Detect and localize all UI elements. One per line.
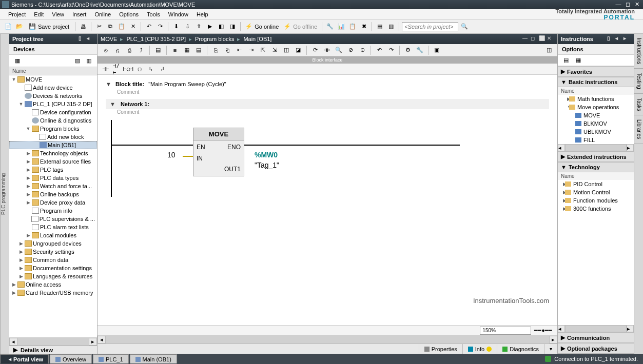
tree-online-diag[interactable]: Online & diagnostics <box>9 116 97 125</box>
block-comment[interactable]: Comment <box>106 89 549 95</box>
cat-communication[interactable]: ▶Communication <box>558 332 634 343</box>
search-go-icon[interactable]: 🔍 <box>459 22 470 32</box>
instr-move-operations[interactable]: ▼Move operations <box>558 103 634 111</box>
et-icon-20[interactable]: ⊘ <box>345 45 356 55</box>
undo-icon[interactable]: ↶ <box>144 22 154 32</box>
instr-math-functions[interactable]: ▶Math functions <box>558 95 634 103</box>
tab-overview[interactable]: Overview <box>50 354 92 363</box>
et-icon-3[interactable]: ⎙ <box>124 45 134 55</box>
tree-main-ob1[interactable]: Main [OB1] <box>9 141 97 149</box>
tree-doc-settings[interactable]: ▶Documentation settings <box>9 264 97 272</box>
et-icon-10[interactable]: ⎗ <box>222 45 232 55</box>
devices-btn2-icon[interactable]: ▥ <box>84 56 94 66</box>
tree-tech-objects[interactable]: ▶Technology objects <box>9 149 97 157</box>
et-icon-9[interactable]: ⎘ <box>210 45 221 55</box>
tree-add-block[interactable]: Add new block <box>9 133 97 141</box>
compile-icon[interactable]: ⬇ <box>171 22 181 32</box>
left-side-tab[interactable]: PLC programming <box>0 34 9 354</box>
editor-float-icon[interactable]: ◻ <box>531 35 538 43</box>
crumb-1[interactable]: PLC_1 [CPU 315-2 DP] <box>126 36 186 42</box>
menu-view[interactable]: View <box>48 10 68 18</box>
details-view-bar[interactable]: ▶Details view <box>9 346 97 354</box>
vtab-testing[interactable]: Testing <box>634 69 643 94</box>
tree-card-reader[interactable]: ▶Card Reader/USB memory <box>9 289 97 297</box>
upload-icon[interactable]: ⇧ <box>193 22 204 32</box>
minimize-button[interactable]: — <box>614 1 622 8</box>
tree-watch-force[interactable]: ▶Watch and force ta... <box>9 182 97 190</box>
delete-icon[interactable]: ✕ <box>128 22 138 32</box>
instr-fill[interactable]: FILL <box>558 136 634 144</box>
menu-help[interactable]: Help <box>192 10 212 18</box>
tree-languages[interactable]: ▶Languages & resources <box>9 272 97 280</box>
vtab-tasks[interactable]: Tasks <box>634 94 643 116</box>
et-icon-24[interactable]: ⚙ <box>403 45 413 55</box>
redo-icon[interactable]: ↷ <box>155 22 165 32</box>
cat-basic-instructions[interactable]: ▼Basic instructions <box>558 77 634 87</box>
in-value[interactable]: 10 <box>167 151 176 159</box>
tb-icon-5[interactable]: 📋 <box>347 22 358 32</box>
zoom-select[interactable] <box>480 327 531 335</box>
menu-edit[interactable]: Edit <box>30 10 48 18</box>
et-icon-6[interactable]: ≡ <box>170 45 180 55</box>
cat-technology[interactable]: ▼Technology <box>558 162 634 172</box>
tree-device-proxy[interactable]: ▶Device proxy data <box>9 198 97 207</box>
out-tag[interactable]: "Tag_1" <box>255 161 279 169</box>
go-online-button[interactable]: ⚡ Go online <box>243 23 281 30</box>
maximize-button[interactable]: ◻ <box>623 1 632 8</box>
crumb-3[interactable]: Main [OB1] <box>243 36 271 42</box>
network-header[interactable]: ▼ Network 1: <box>106 99 549 109</box>
tb-icon-1[interactable]: ◧ <box>216 22 226 32</box>
tb-icon-7[interactable]: ▥ <box>386 22 396 32</box>
editor-max-icon[interactable]: ⬜ <box>539 35 546 43</box>
editor-hscroll[interactable]: ◂▸ <box>98 335 557 343</box>
instr-btn3-icon[interactable]: ▸ <box>623 35 631 43</box>
crumb-2[interactable]: Program blocks <box>195 36 234 42</box>
et-icon-17[interactable]: ⟳ <box>310 45 320 55</box>
et-icon-8[interactable]: ▤ <box>193 45 204 55</box>
tree-add-device[interactable]: Add new device <box>9 84 97 92</box>
tree-online-access[interactable]: ▶Online access <box>9 280 97 289</box>
tree-root[interactable]: ▼MOVE <box>9 75 97 84</box>
crumb-0[interactable]: MOVE <box>101 36 117 42</box>
zoom-slider-icon[interactable]: ━━●━━ <box>534 327 552 334</box>
new-project-icon[interactable]: 📄 <box>3 22 13 32</box>
block-title-twisty[interactable]: ▼ <box>106 81 111 87</box>
et-icon-22[interactable]: ↶ <box>374 45 384 55</box>
et-icon-16[interactable]: ◪ <box>293 45 303 55</box>
menu-window[interactable]: Window <box>164 10 192 18</box>
et-icon-2[interactable]: ⎌ <box>112 45 123 55</box>
tree-plc[interactable]: ▼PLC_1 [CPU 315-2 DP] <box>9 100 97 108</box>
editor-min-icon[interactable]: — <box>522 35 530 43</box>
et-layout-icon[interactable]: ◫ <box>544 45 554 55</box>
network-comment[interactable]: Comment <box>106 109 549 115</box>
et-icon-4[interactable]: ⤴ <box>136 45 146 55</box>
instr-pid[interactable]: ▶PID Control <box>558 180 634 188</box>
menu-options[interactable]: Options <box>115 10 143 18</box>
block-title-value[interactable]: "Main Program Sweep (Cycle)" <box>148 81 226 87</box>
block-interface-bar[interactable]: Block interface <box>98 56 557 64</box>
et-icon-23[interactable]: ↷ <box>386 45 396 55</box>
sim-icon[interactable]: ▶ <box>205 22 215 32</box>
network-twisty[interactable]: ▼ <box>110 101 115 107</box>
open-project-icon[interactable]: 📂 <box>14 22 25 32</box>
ladder-rung[interactable]: MOVE EN ENO IN OUT1 10 %MW0 "Tag_1" <box>111 120 549 223</box>
cat-favorites[interactable]: ▶Favorites <box>558 66 634 77</box>
tree-plc-tags[interactable]: ▶PLC tags <box>9 166 97 174</box>
tab-properties[interactable]: Properties <box>419 344 462 354</box>
tb-icon-6[interactable]: ▤ <box>375 22 385 32</box>
tree-program-info[interactable]: Program info <box>9 207 97 215</box>
tree-common-data[interactable]: ▶Common data <box>9 256 97 264</box>
out-address[interactable]: %MW0 <box>255 151 278 159</box>
opt-icon-2[interactable]: ▦ <box>573 55 583 66</box>
et-icon-25[interactable]: 🔧 <box>415 45 425 55</box>
opt-icon-1[interactable]: ▤ <box>561 55 571 66</box>
download-icon[interactable]: ⇩ <box>182 22 192 32</box>
instr-btn2-icon[interactable]: ◂ <box>615 35 622 43</box>
instr-blkmov[interactable]: BLKMOV <box>558 119 634 128</box>
et-icon-5[interactable]: ▤ <box>153 45 163 55</box>
et-icon-21[interactable]: ⊙ <box>357 45 367 55</box>
et-icon-14[interactable]: ⇲ <box>269 45 280 55</box>
tree-plc-datatypes[interactable]: ▶PLC data types <box>9 174 97 182</box>
instr-btn1-icon[interactable]: ▯ <box>607 35 614 43</box>
instr-ublkmov[interactable]: UBLKMOV <box>558 128 634 136</box>
